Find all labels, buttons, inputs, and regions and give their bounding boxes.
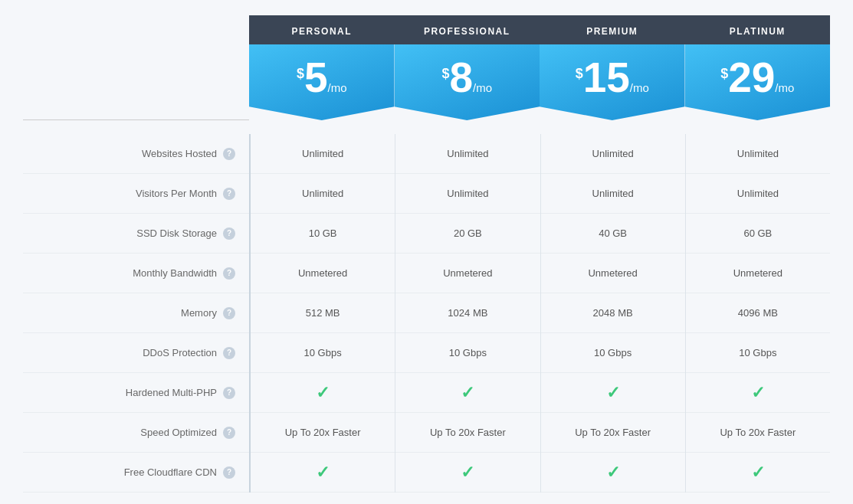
feature-rows: Websites Hosted ? Visitors Per Month ? S… xyxy=(23,134,830,493)
value-col-plan-1: UnlimitedUnlimited20 GBUnmetered1024 MB1… xyxy=(395,134,540,493)
header-spacer xyxy=(23,15,249,120)
plan-col-platinum: PLATINUM $29/mo xyxy=(685,15,831,120)
val-1-plan-2: Unlimited xyxy=(541,174,685,214)
feature-label-4: Memory xyxy=(181,307,217,319)
val-0-plan-1: Unlimited xyxy=(395,134,540,174)
currency-premium: $ xyxy=(576,57,583,82)
val-4-plan-2: 2048 MB xyxy=(541,293,685,333)
price-box-platinum[interactable]: $29/mo xyxy=(685,44,831,120)
label-4: Memory ? xyxy=(23,293,249,333)
question-icon-6[interactable]: ? xyxy=(223,387,235,399)
price-amount-platinum: 29 xyxy=(728,57,775,99)
currency-personal: $ xyxy=(297,57,304,82)
val-2-plan-3: 60 GB xyxy=(686,214,830,254)
label-1: Visitors Per Month ? xyxy=(23,174,249,214)
plan-name-platinum: PLATINUM xyxy=(685,15,831,44)
question-icon-5[interactable]: ? xyxy=(223,347,235,359)
val-8-plan-3: ✓ xyxy=(686,453,830,493)
val-6-plan-1: ✓ xyxy=(395,373,540,413)
val-4-plan-1: 1024 MB xyxy=(395,293,540,333)
per-month-personal: /mo xyxy=(328,81,347,99)
value-col-plan-0: UnlimitedUnlimited10 GBUnmetered512 MB10… xyxy=(249,134,395,493)
checkmark-8-plan-3: ✓ xyxy=(751,463,765,483)
label-3: Monthly Bandwidth ? xyxy=(23,254,249,293)
checkmark-6-plan-0: ✓ xyxy=(316,383,330,403)
val-5-plan-2: 10 Gbps xyxy=(541,333,685,373)
feature-label-7: Speed Optimized xyxy=(140,427,217,438)
price-amount-premium: 15 xyxy=(583,57,630,99)
val-8-plan-0: ✓ xyxy=(251,453,395,493)
checkmark-6-plan-3: ✓ xyxy=(751,383,765,403)
per-month-professional: /mo xyxy=(473,81,492,99)
val-1-plan-0: Unlimited xyxy=(251,174,395,214)
per-month-premium: /mo xyxy=(630,81,649,99)
val-0-plan-0: Unlimited xyxy=(251,134,395,174)
plan-name-professional: PROFESSIONAL xyxy=(395,15,540,44)
currency-professional: $ xyxy=(441,57,449,82)
value-col-plan-3: UnlimitedUnlimited60 GBUnmetered4096 MB1… xyxy=(685,134,830,493)
val-3-plan-2: Unmetered xyxy=(541,254,685,293)
val-1-plan-1: Unlimited xyxy=(395,174,540,214)
val-6-plan-3: ✓ xyxy=(686,373,830,413)
feature-label-2: SSD Disk Storage xyxy=(136,227,217,239)
feature-label-5: DDoS Protection xyxy=(143,347,217,358)
checkmark-8-plan-1: ✓ xyxy=(461,463,474,483)
plan-name-premium: PREMIUM xyxy=(540,15,685,44)
checkmark-6-plan-1: ✓ xyxy=(461,383,474,403)
per-month-platinum: /mo xyxy=(775,81,794,99)
price-amount-professional: 8 xyxy=(449,57,473,99)
label-8: Free Cloudflare CDN ? xyxy=(23,453,249,493)
label-5: DDoS Protection ? xyxy=(23,333,249,373)
feature-label-6: Hardened Multi-PHP xyxy=(126,387,217,398)
val-1-plan-3: Unlimited xyxy=(686,174,830,214)
plan-col-personal: PERSONAL $5/mo xyxy=(249,15,395,120)
currency-platinum: $ xyxy=(720,57,728,82)
val-5-plan-3: 10 Gbps xyxy=(686,333,830,373)
val-2-plan-0: 10 GB xyxy=(251,214,395,254)
feature-label-1: Visitors Per Month xyxy=(136,188,217,199)
price-box-professional[interactable]: $8/mo xyxy=(395,44,540,120)
feature-label-0: Websites Hosted xyxy=(142,148,217,159)
question-icon-4[interactable]: ? xyxy=(223,307,235,319)
question-icon-0[interactable]: ? xyxy=(223,148,235,160)
question-icon-3[interactable]: ? xyxy=(223,267,235,280)
label-0: Websites Hosted ? xyxy=(23,134,249,174)
question-icon-7[interactable]: ? xyxy=(223,427,235,439)
pricing-header: PERSONAL $5/mo PROFESSIONAL $8/mo PREMIU… xyxy=(23,15,830,120)
val-4-plan-3: 4096 MB xyxy=(686,293,830,333)
val-0-plan-2: Unlimited xyxy=(541,134,685,174)
label-2: SSD Disk Storage ? xyxy=(23,214,249,254)
val-3-plan-1: Unmetered xyxy=(395,254,540,293)
price-box-personal[interactable]: $5/mo xyxy=(249,44,395,120)
plans-header: PERSONAL $5/mo PROFESSIONAL $8/mo PREMIU… xyxy=(249,15,830,120)
val-8-plan-2: ✓ xyxy=(541,453,685,493)
checkmark-6-plan-2: ✓ xyxy=(606,383,620,403)
val-6-plan-2: ✓ xyxy=(541,373,685,413)
val-2-plan-2: 40 GB xyxy=(541,214,685,254)
question-icon-8[interactable]: ? xyxy=(223,466,235,479)
price-amount-personal: 5 xyxy=(304,57,328,99)
val-7-plan-1: Up To 20x Faster xyxy=(395,413,540,453)
plan-col-professional: PROFESSIONAL $8/mo xyxy=(395,15,540,120)
val-0-plan-3: Unlimited xyxy=(686,134,830,174)
question-icon-1[interactable]: ? xyxy=(223,188,235,200)
checkmark-8-plan-2: ✓ xyxy=(606,463,620,483)
label-7: Speed Optimized ? xyxy=(23,413,249,453)
checkmark-8-plan-0: ✓ xyxy=(316,463,330,483)
price-box-premium[interactable]: $15/mo xyxy=(540,44,685,120)
plan-name-personal: PERSONAL xyxy=(249,15,395,44)
value-col-plan-2: UnlimitedUnlimited40 GBUnmetered2048 MB1… xyxy=(540,134,685,493)
pricing-container: PERSONAL $5/mo PROFESSIONAL $8/mo PREMIU… xyxy=(0,0,853,504)
val-7-plan-2: Up To 20x Faster xyxy=(541,413,685,453)
val-5-plan-1: 10 Gbps xyxy=(395,333,540,373)
val-6-plan-0: ✓ xyxy=(251,373,395,413)
val-7-plan-3: Up To 20x Faster xyxy=(686,413,830,453)
val-7-plan-0: Up To 20x Faster xyxy=(251,413,395,453)
question-icon-2[interactable]: ? xyxy=(223,227,235,240)
val-2-plan-1: 20 GB xyxy=(395,214,540,254)
feature-label-8: Free Cloudflare CDN xyxy=(124,466,217,478)
val-3-plan-0: Unmetered xyxy=(251,254,395,293)
val-5-plan-0: 10 Gbps xyxy=(251,333,395,373)
val-8-plan-1: ✓ xyxy=(395,453,540,493)
val-4-plan-0: 512 MB xyxy=(251,293,395,333)
